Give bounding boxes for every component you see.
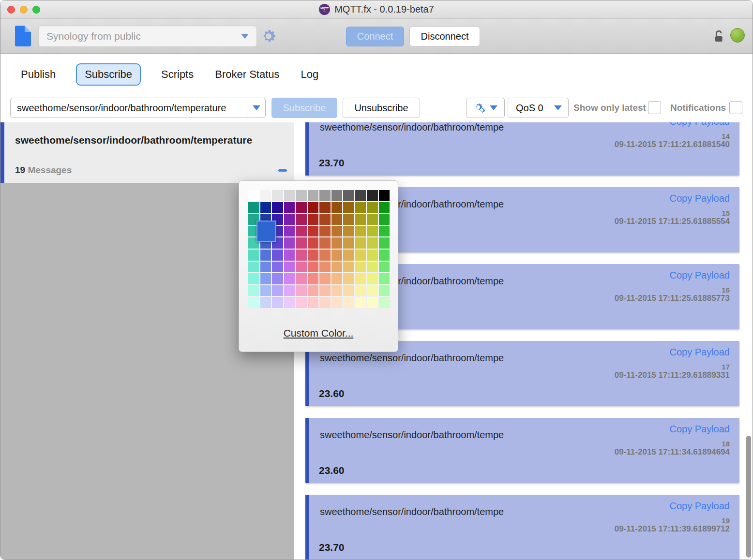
color-swatch[interactable] <box>379 214 390 225</box>
message-card[interactable]: sweethome/sensor/indoor/bathroom/tempeCo… <box>305 122 739 176</box>
color-swatch[interactable] <box>343 250 354 261</box>
color-swatch[interactable] <box>355 214 366 225</box>
color-swatch[interactable] <box>379 190 390 201</box>
color-swatch[interactable] <box>331 262 343 273</box>
color-swatch[interactable] <box>331 285 343 296</box>
color-swatch[interactable] <box>308 214 319 225</box>
color-swatch[interactable] <box>355 226 366 237</box>
color-swatch[interactable] <box>308 250 319 261</box>
disconnect-button[interactable]: Disconnect <box>409 27 480 46</box>
color-swatch[interactable] <box>284 273 295 284</box>
color-swatch[interactable] <box>308 202 319 213</box>
color-swatch[interactable] <box>284 285 295 296</box>
color-swatch[interactable] <box>284 262 295 273</box>
color-swatch[interactable] <box>308 285 319 296</box>
color-swatch[interactable] <box>367 190 378 201</box>
color-swatch[interactable] <box>272 202 283 213</box>
color-swatch[interactable] <box>284 250 295 261</box>
color-swatch[interactable] <box>379 285 390 296</box>
color-swatch[interactable] <box>319 190 331 201</box>
color-swatch[interactable] <box>284 214 295 225</box>
color-swatch[interactable] <box>284 202 295 213</box>
color-swatch[interactable] <box>355 202 366 213</box>
color-swatch[interactable] <box>308 237 319 249</box>
color-swatch[interactable] <box>331 273 343 284</box>
color-swatch[interactable] <box>296 285 307 296</box>
settings-gear-icon[interactable] <box>260 28 277 45</box>
color-swatch[interactable] <box>331 237 343 249</box>
subscription-options-button[interactable] <box>466 98 505 118</box>
color-swatch[interactable] <box>248 190 259 201</box>
tab-publish[interactable]: Publish <box>20 63 57 86</box>
color-swatch[interactable] <box>319 297 331 308</box>
color-swatch[interactable] <box>331 297 343 308</box>
tab-subscribe[interactable]: Subscribe <box>76 63 141 86</box>
color-swatch[interactable] <box>272 297 283 308</box>
color-swatch[interactable] <box>260 262 271 273</box>
tab-log[interactable]: Log <box>300 63 320 86</box>
color-swatch[interactable] <box>379 237 390 249</box>
color-swatch[interactable] <box>319 237 331 249</box>
color-swatch[interactable] <box>379 297 390 308</box>
color-swatch[interactable] <box>260 297 271 308</box>
color-swatch[interactable] <box>272 190 283 201</box>
color-swatch[interactable] <box>343 262 354 273</box>
color-swatch[interactable] <box>343 297 354 308</box>
color-swatch[interactable] <box>248 262 259 273</box>
color-swatch[interactable] <box>331 190 343 201</box>
color-swatch[interactable] <box>260 273 271 284</box>
color-swatch[interactable] <box>355 237 366 249</box>
color-swatch[interactable] <box>296 202 307 213</box>
color-swatch[interactable] <box>272 262 283 273</box>
notifications-checkbox[interactable] <box>729 101 742 114</box>
profile-document-icon[interactable] <box>15 26 31 46</box>
profile-dropdown[interactable]: Synology from public <box>38 26 257 47</box>
color-swatch[interactable] <box>284 226 295 237</box>
color-swatch[interactable] <box>308 262 319 273</box>
tab-scripts[interactable]: Scripts <box>160 63 195 86</box>
color-swatch[interactable] <box>284 297 295 308</box>
color-swatch[interactable] <box>272 273 283 284</box>
copy-payload-link[interactable]: Copy Payload <box>669 501 730 512</box>
show-only-latest-checkbox[interactable] <box>648 101 661 114</box>
color-swatch[interactable] <box>379 202 390 213</box>
color-swatch[interactable] <box>308 190 319 201</box>
color-swatch[interactable] <box>367 250 378 261</box>
color-swatch[interactable] <box>367 202 378 213</box>
color-swatch[interactable] <box>260 190 271 201</box>
color-swatch[interactable] <box>296 190 307 201</box>
collapse-minus-icon[interactable] <box>278 169 287 172</box>
color-swatch[interactable] <box>319 250 331 261</box>
color-swatch[interactable] <box>260 202 271 213</box>
color-swatch[interactable] <box>319 262 331 273</box>
color-swatch[interactable] <box>379 226 390 237</box>
color-swatch[interactable] <box>319 273 331 284</box>
color-swatch[interactable] <box>343 285 354 296</box>
vertical-scrollbar-thumb[interactable] <box>746 436 751 558</box>
color-swatch[interactable] <box>367 262 378 273</box>
color-swatch[interactable] <box>272 285 283 296</box>
color-swatch[interactable] <box>367 273 378 284</box>
color-swatch[interactable] <box>319 226 331 237</box>
color-swatch[interactable] <box>284 190 295 201</box>
color-swatch[interactable] <box>296 237 307 249</box>
color-swatch[interactable] <box>355 250 366 261</box>
custom-color-link[interactable]: Custom Color... <box>239 327 398 339</box>
color-swatch[interactable] <box>331 202 343 213</box>
topic-input[interactable]: sweethome/sensor/indoor/bathroom/tempera… <box>10 98 266 118</box>
qos-dropdown[interactable]: QoS 0 <box>508 98 569 118</box>
copy-payload-link[interactable]: Copy Payload <box>669 424 730 435</box>
color-swatch[interactable] <box>379 250 390 261</box>
color-swatch[interactable] <box>248 250 259 261</box>
copy-payload-link[interactable]: Copy Payload <box>669 193 730 204</box>
color-swatch[interactable] <box>355 297 366 308</box>
color-swatch[interactable] <box>296 226 307 237</box>
color-swatch[interactable] <box>343 226 354 237</box>
color-swatch[interactable] <box>296 273 307 284</box>
color-swatch[interactable] <box>284 237 295 249</box>
topic-dropdown-button[interactable] <box>247 98 265 118</box>
copy-payload-link[interactable]: Copy Payload <box>669 270 730 281</box>
color-swatch[interactable] <box>343 214 354 225</box>
color-swatch[interactable] <box>331 214 343 225</box>
color-swatch[interactable] <box>319 202 331 213</box>
